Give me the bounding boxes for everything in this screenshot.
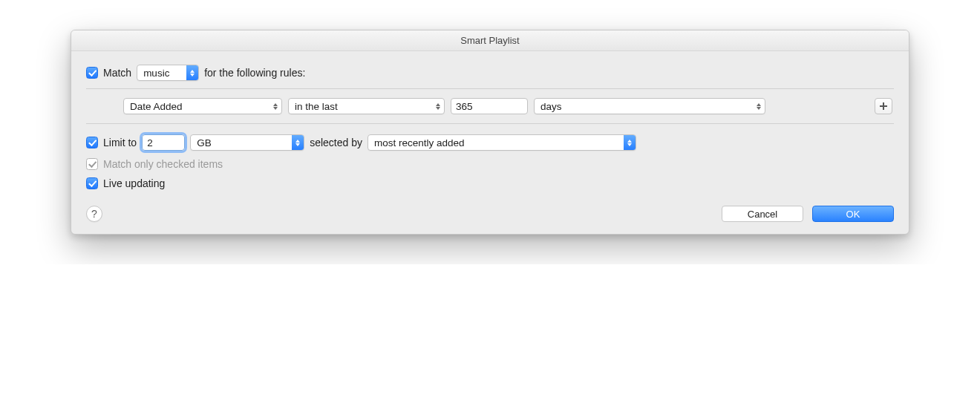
rule-field-select[interactable]: Date Added (123, 98, 282, 114)
chevron-updown-icon (270, 99, 281, 114)
match-suffix-label: for the following rules: (204, 67, 305, 79)
chevron-updown-icon (432, 99, 444, 114)
live-updating-row: Live updating (86, 177, 894, 189)
rules-container: Date Added in the last 365 days (86, 88, 894, 124)
cancel-button[interactable]: Cancel (722, 206, 803, 222)
rule-row: Date Added in the last 365 days (86, 98, 894, 114)
live-updating-checkbox[interactable] (86, 177, 98, 189)
rule-value-input[interactable]: 365 (451, 98, 528, 114)
rule-operator-value: in the last (295, 101, 338, 112)
chevron-updown-icon (624, 135, 636, 150)
match-checked-row: Match only checked items (86, 158, 894, 170)
limit-value-input[interactable]: 2 (142, 134, 185, 151)
chevron-updown-icon (753, 99, 765, 114)
rule-unit-value: days (540, 101, 562, 112)
match-label: Match (103, 67, 131, 79)
limit-row: Limit to 2 GB selected by most recently … (86, 134, 894, 151)
match-checkbox[interactable] (86, 67, 98, 79)
limit-unit-value: GB (197, 137, 212, 148)
plus-icon (879, 102, 888, 111)
rule-unit-select[interactable]: days (534, 98, 765, 114)
media-type-select[interactable]: music (137, 65, 199, 81)
dialog-content: Match music for the following rules: Dat… (71, 51, 909, 234)
dialog-footer: ? Cancel OK (86, 206, 894, 222)
rule-field-value: Date Added (130, 101, 183, 112)
match-checked-label: Match only checked items (103, 158, 223, 170)
limit-unit-select[interactable]: GB (190, 134, 304, 151)
chevron-updown-icon (292, 135, 304, 150)
add-rule-button[interactable] (875, 98, 892, 114)
help-button[interactable]: ? (86, 206, 102, 222)
window-title: Smart Playlist (71, 30, 909, 51)
chevron-updown-icon (186, 65, 198, 80)
selected-by-select[interactable]: most recently added (368, 134, 636, 151)
selected-by-value: most recently added (374, 137, 465, 148)
match-row: Match music for the following rules: (86, 65, 894, 81)
limit-checkbox[interactable] (86, 137, 98, 148)
limit-label: Limit to (103, 137, 137, 148)
ok-button[interactable]: OK (812, 206, 894, 222)
rule-value-text: 365 (456, 101, 473, 112)
match-checked-checkbox (86, 158, 98, 170)
media-type-value: music (143, 68, 169, 79)
live-updating-label: Live updating (103, 177, 165, 189)
smart-playlist-dialog: Smart Playlist Match music for the follo… (71, 30, 909, 235)
limit-value-text: 2 (147, 137, 153, 148)
selected-by-label: selected by (310, 137, 362, 148)
rule-operator-select[interactable]: in the last (288, 98, 445, 114)
